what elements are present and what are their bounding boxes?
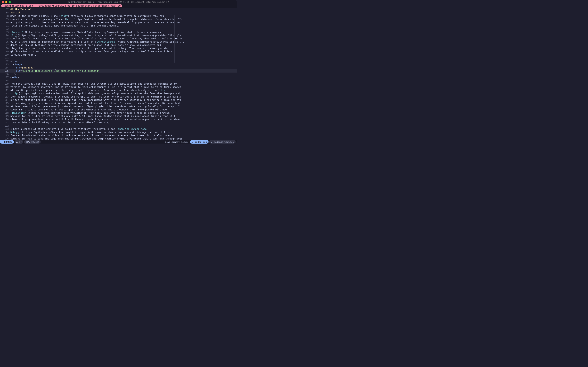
editor-line[interactable]: 108 [0,79,237,82]
editor-line[interactable]: 97don't use any AI features but the comm… [0,43,237,47]
traffic-lights [0,1,11,3]
line-content: Debugger](https://github.com/kadenbarlow… [10,131,237,134]
scrollbar[interactable] [174,15,175,140]
line-number: 110 [0,85,10,89]
editor-line[interactable]: 120close Kitty my sessions persist until… [0,118,237,121]
line-content: all my Git projects and opens the select… [10,89,237,92]
line-content: frequently without having to click throu… [10,134,237,137]
line-number: 85 [0,11,10,14]
editor-line[interactable]: 121I've accidentally killed my terminal … [0,121,237,124]
line-content: </div> [10,76,237,79]
editor-line[interactable]: 109The next terminal app that I use is T… [0,82,237,85]
editor-line[interactable]: 107</div> [0,76,237,79]
line-number: 92 [0,27,10,31]
editor-line[interactable]: 103 <Image [0,63,237,66]
line-number: 111 [0,89,10,92]
maximize-icon[interactable] [9,1,11,3]
line-content: /> [10,73,237,76]
editor-line[interactable]: 99git branches or commits are available … [0,50,237,53]
editor-line[interactable]: 110terminal by keyboard shortcut. One of… [0,85,237,89]
titlebar: kadenbarlow_dev:1:zsh - "src/pages/blog/… [0,0,237,4]
editor-line[interactable]: 89can view the different packages I use … [0,18,237,21]
line-content: focus on the biggest terminal apps and c… [10,24,237,27]
line-content: <Image [10,63,237,66]
editor-line[interactable]: 106 /> [0,73,237,76]
scrollbar-thumb[interactable] [174,15,175,63]
editor-line[interactable]: 90not going to go into them since there … [0,21,237,24]
statusline: ▍NORMAL ● 17 30% 105:32 ᚴ development-se… [0,140,237,144]
line-number: 122 [0,124,10,127]
window-title: kadenbarlow_dev:1:zsh - "src/pages/blog/… [68,1,169,3]
editor-line[interactable]: 101 [0,56,237,60]
line-content: not going to go into them since there ar… [10,21,237,24]
editor-line[interactable]: 114switch to another project. I also use… [0,98,237,102]
editor-viewport[interactable]: 88made it the default on Mac. I use [Zin… [0,14,237,140]
editor-line[interactable]: 116at least 4-6 different processes (fro… [0,105,237,108]
editor-line[interactable]: 117could run a single command and it wou… [0,108,237,111]
editor-line[interactable]: 113then added a couple of tweaks. I've b… [0,95,237,98]
line-number: 116 [0,105,10,108]
buffer-tab-active[interactable]: ▫ index.mdx [190,140,208,144]
minimize-icon[interactable] [5,1,7,3]
file-position: 30% 105:32 [24,140,41,144]
line-number: 118 [0,111,10,115]
editor-line[interactable]: 91focus on the biggest terminal apps and… [0,24,237,27]
context-breadcrumb: 57 ## The Terminal 85 ### Zsh [0,8,237,14]
buffer-tab[interactable]: ▫ kadenbarlow.dev [209,140,236,144]
editor-line[interactable]: 122 [0,124,237,127]
editor-line[interactable]: 88made it the default on Mac. I use [Zin… [0,14,237,18]
editor-line[interactable]: 95completions for your terminal. I've tr… [0,37,237,40]
line-content: I have a couple of other scripts I've bo… [10,127,237,131]
tmux-statusbar: kadenbarlow_dev:1:zsh - "src/pages/blog/… [0,4,237,8]
line-number: 121 [0,121,10,124]
editor-line[interactable]: 92 [0,27,237,31]
close-icon[interactable] [2,1,4,3]
line-number: 126 [0,137,10,140]
line-number: 105 [0,69,10,73]
editor-line[interactable]: 111all my Git projects and opens the sel… [0,89,237,92]
file-icon: ▫ [192,141,194,143]
line-content: <div> [10,60,237,63]
terminal-window: kadenbarlow_dev:1:zsh - "src/pages/blog/… [0,0,237,144]
editor-line[interactable]: 115for opening up projects in specific c… [0,102,237,105]
editor-line[interactable]: 104 src={amazonq} [0,66,237,69]
line-number: 115 [0,102,10,105]
editor-line[interactable]: 118[Tmuxinator](https://github.com/tmuxi… [0,111,237,115]
line-content: then added a couple of tweaks. I've boun… [10,95,237,98]
line-number: 112 [0,92,10,95]
line-content: can view the different packages I use [h… [10,18,237,21]
line-content: [Tmuxinator](https://github.com/tmuxinat… [10,111,237,115]
editor-line[interactable]: 98flags that you can use but does so bas… [0,47,237,50]
line-number: 125 [0,134,10,137]
line-number: 94 [0,34,10,37]
tmux-window-tab[interactable]: kadenbarlow_dev:1:zsh - "src/pages/blog/… [1,4,122,7]
editor-line[interactable]: 105 alt="Example intellisense-like compl… [0,69,237,73]
editor-line[interactable]: 123I have a couple of other scripts I've… [0,127,237,131]
line-content: [Fig](https://fig.io/blog/post/fig-is-su… [10,34,237,37]
line-content: for opening up projects in specific conf… [10,102,237,105]
editor-line[interactable]: 102<div> [0,60,237,63]
line-content: Q. If I were going to recommend an alter… [10,40,237,43]
editor-line[interactable]: 93[Amazon Q](https://docs.aws.amazon.com… [0,31,237,34]
line-content: don't use any AI features but the comman… [10,43,237,47]
line-content: made it the default on Mac. I use [Zinit… [10,14,237,18]
line-number: 102 [0,60,10,63]
editor-line[interactable]: 126command in Tmux to take the logs from… [0,137,237,140]
line-number: 106 [0,73,10,76]
editor-line[interactable]: 119package for this when my setup script… [0,115,237,118]
line-content: terminal by keyboard shortcut. One of my… [10,85,237,89]
git-branch[interactable]: ᚴ development-setup [161,141,189,143]
editor-line[interactable]: 94[Fig](https://fig.io/blog/post/fig-is-… [0,34,237,37]
line-number: 90 [0,21,10,24]
diagnostics-count[interactable]: ● 17 [15,140,23,144]
buffer-tab-label: kadenbarlow.dev [214,141,234,143]
editor-line[interactable]: 125frequently without having to click th… [0,134,237,137]
line-number: 120 [0,118,10,121]
breadcrumb-heading: ## The Terminal [10,8,32,11]
line-content: command in Tmux to take the logs from th… [10,137,237,140]
editor-line[interactable]: 100terminal without Q. [0,53,237,56]
editor-line[interactable]: 96Q. If I were going to recommend an alt… [0,40,237,43]
editor-line[interactable]: 124Debugger](https://github.com/kadenbar… [0,131,237,134]
editor-line[interactable]: 112script](https://github.com/kadenbarlo… [0,92,237,95]
line-number: 103 [0,63,10,66]
